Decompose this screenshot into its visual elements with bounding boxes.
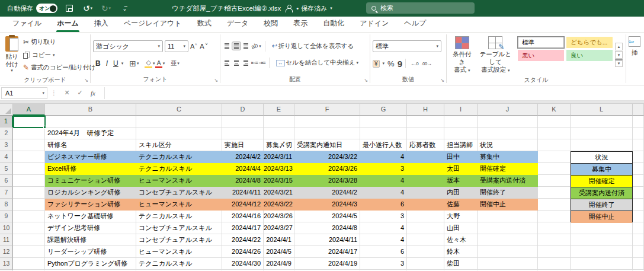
cell-A11[interactable] bbox=[13, 234, 45, 246]
legend-item-受講案内送付済[interactable]: 受講案内送付済 bbox=[571, 187, 632, 199]
cell-D9[interactable]: 2024/4/16 bbox=[222, 211, 264, 222]
name-box[interactable]: A1 ▾ bbox=[1, 87, 47, 99]
font-color-button[interactable]: A bbox=[155, 59, 162, 68]
formula-input[interactable] bbox=[104, 87, 643, 99]
cell-I3[interactable]: 担当講師 bbox=[444, 139, 478, 151]
cell-C14[interactable] bbox=[136, 270, 222, 270]
cell-F2[interactable] bbox=[294, 127, 360, 139]
cell-F10[interactable]: 2024/4/8 bbox=[294, 222, 360, 234]
cell-L12[interactable] bbox=[571, 246, 633, 258]
cell-M9[interactable] bbox=[633, 211, 644, 222]
cell-E4[interactable]: 2024/3/11 bbox=[264, 151, 294, 163]
redo-button[interactable]: ↻▾ bbox=[100, 2, 113, 14]
column-header-G[interactable]: G bbox=[360, 104, 407, 116]
tab-ページレイアウト[interactable]: ページレイアウト bbox=[116, 15, 190, 32]
cell-A10[interactable] bbox=[13, 222, 45, 234]
row-header-13[interactable]: 13 bbox=[0, 258, 13, 270]
cell-C12[interactable]: ヒューマンスキル bbox=[136, 246, 222, 258]
cell-M5[interactable] bbox=[633, 163, 644, 175]
cell-F9[interactable]: 2024/4/5 bbox=[294, 211, 360, 222]
cell-L10[interactable] bbox=[571, 222, 633, 234]
cell-K10[interactable] bbox=[538, 222, 571, 234]
cell-E3[interactable]: 募集〆切 bbox=[264, 139, 294, 151]
cell-G9[interactable]: 3 bbox=[360, 211, 407, 222]
tab-ヘルプ[interactable]: ヘルプ bbox=[396, 15, 434, 32]
cell-L14[interactable] bbox=[571, 270, 633, 270]
cell-H7[interactable] bbox=[407, 187, 444, 199]
cell-H4[interactable] bbox=[407, 151, 444, 163]
legend-item-開催中止[interactable]: 開催中止 bbox=[571, 211, 632, 223]
cell-C5[interactable]: テクニカルスキル bbox=[136, 163, 222, 175]
cell-D10[interactable]: 2024/4/17 bbox=[222, 222, 264, 234]
align-left-button[interactable] bbox=[223, 59, 231, 67]
cell-I13[interactable]: 柴田 bbox=[444, 258, 478, 270]
cell-G12[interactable]: 6 bbox=[360, 246, 407, 258]
cell-L1[interactable] bbox=[571, 116, 633, 127]
cell-K7[interactable] bbox=[538, 187, 571, 199]
decrease-font-button[interactable]: A˅ bbox=[200, 43, 207, 50]
format-as-table-button[interactable]: テーブルとして 書式設定 ▾ bbox=[475, 34, 516, 75]
cell-E11[interactable]: 2024/4/1 bbox=[264, 234, 294, 246]
align-top-button[interactable] bbox=[223, 42, 231, 50]
cell-L3[interactable] bbox=[571, 139, 633, 151]
active-cell-selection[interactable] bbox=[13, 116, 46, 128]
cell-D13[interactable]: 2024/4/30 bbox=[222, 258, 264, 270]
cell-H14[interactable] bbox=[407, 270, 444, 270]
clipboard-dialog-launcher[interactable]: ↘ bbox=[84, 78, 88, 83]
phonetic-guide-button[interactable]: 亜 bbox=[171, 59, 177, 68]
cell-I12[interactable]: 鈴木 bbox=[444, 246, 478, 258]
cell-E10[interactable]: 2024/3/27 bbox=[264, 222, 294, 234]
cell-H1[interactable] bbox=[407, 116, 444, 127]
cell-K6[interactable] bbox=[538, 175, 571, 187]
cell-M13[interactable] bbox=[633, 258, 644, 270]
legend-item-開催確定[interactable]: 開催確定 bbox=[571, 176, 632, 187]
phonetic-chevron-icon[interactable]: ▾ bbox=[177, 61, 180, 66]
row-header-7[interactable]: 7 bbox=[0, 187, 13, 199]
legend-item-開催終了[interactable]: 開催終了 bbox=[571, 199, 632, 211]
column-header-F[interactable]: F bbox=[294, 104, 360, 116]
column-header-C[interactable]: C bbox=[136, 104, 222, 116]
cell-D2[interactable] bbox=[222, 127, 264, 139]
cell-E9[interactable]: 2024/3/26 bbox=[264, 211, 294, 222]
cell-M10[interactable] bbox=[633, 222, 644, 234]
cell-E12[interactable]: 2024/4/5 bbox=[264, 246, 294, 258]
column-header-H[interactable]: H bbox=[407, 104, 444, 116]
cell-K14[interactable] bbox=[538, 270, 571, 270]
font-name-combobox[interactable]: 游ゴシック▾ bbox=[93, 40, 163, 52]
cell-F14[interactable] bbox=[294, 270, 360, 270]
percent-style-button[interactable]: % bbox=[387, 59, 395, 68]
cell-B3[interactable]: 研修名 bbox=[45, 139, 136, 151]
cell-I4[interactable]: 田中 bbox=[444, 151, 478, 163]
font-dialog-launcher[interactable]: ↘ bbox=[214, 78, 218, 83]
cell-G4[interactable]: 4 bbox=[360, 151, 407, 163]
cell-B11[interactable]: 課題解決研修 bbox=[45, 234, 136, 246]
cell-E2[interactable] bbox=[264, 127, 294, 139]
cell-F7[interactable]: 2024/4/2 bbox=[294, 187, 360, 199]
tab-数式[interactable]: 数式 bbox=[190, 15, 219, 32]
cell-G11[interactable]: 4 bbox=[360, 234, 407, 246]
gallery-more-button[interactable]: ▾ bbox=[615, 59, 623, 67]
row-header-10[interactable]: 10 bbox=[0, 222, 13, 234]
cell-A5[interactable] bbox=[13, 163, 45, 175]
cell-J14[interactable] bbox=[478, 270, 538, 270]
cell-A2[interactable] bbox=[13, 127, 45, 139]
underline-button[interactable]: U bbox=[111, 58, 121, 69]
tab-自動化[interactable]: 自動化 bbox=[315, 15, 352, 32]
cell-D3[interactable]: 実施日 bbox=[222, 139, 264, 151]
cell-A7[interactable] bbox=[13, 187, 45, 199]
cell-C8[interactable]: ヒューマンスキル bbox=[136, 199, 222, 211]
column-header-L[interactable]: L bbox=[571, 104, 633, 116]
cell-K12[interactable] bbox=[538, 246, 571, 258]
align-middle-button[interactable] bbox=[232, 42, 241, 50]
currency-format-button[interactable]: ¥ bbox=[373, 60, 380, 68]
cell-G8[interactable]: 6 bbox=[360, 199, 407, 211]
row-header-5[interactable]: 5 bbox=[0, 163, 13, 175]
cell-D6[interactable]: 2024/4/8 bbox=[222, 175, 264, 187]
cell-H8[interactable] bbox=[407, 199, 444, 211]
cell-M1[interactable] bbox=[633, 116, 644, 127]
cell-G3[interactable]: 最小遂行人数 bbox=[360, 139, 407, 151]
saved-status[interactable]: • 保存済み ▾ bbox=[296, 4, 332, 13]
cell-E13[interactable]: 2024/4/9 bbox=[264, 258, 294, 270]
cell-B5[interactable]: Excel研修 bbox=[45, 163, 136, 175]
column-header-overflow[interactable] bbox=[633, 104, 644, 116]
